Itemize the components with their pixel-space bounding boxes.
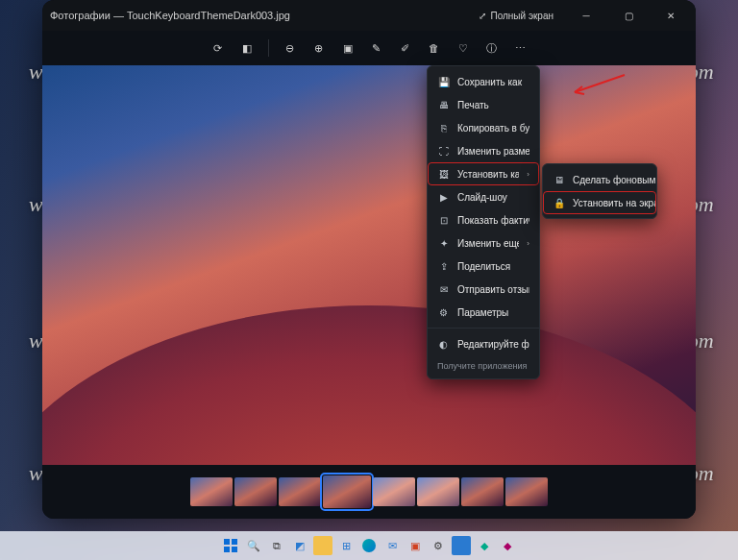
photos-app-button[interactable] bbox=[452, 536, 471, 555]
photos-app-window: Фотографии — TouchKeyboardThemeDark003.j… bbox=[42, 0, 696, 519]
editmore-icon: ✦ bbox=[437, 237, 450, 250]
rotate-button[interactable]: ⟳ bbox=[207, 37, 230, 60]
svg-rect-0 bbox=[224, 539, 230, 545]
close-button[interactable]: ✕ bbox=[653, 2, 688, 29]
menu-slideshow[interactable]: ▶ Слайд-шоу bbox=[428, 185, 539, 208]
edit-button[interactable]: ✎ bbox=[365, 37, 388, 60]
menu-label: Установить как bbox=[457, 169, 519, 180]
menu-footer: Получите приложения с bbox=[428, 355, 539, 375]
menu-footer-sub: Получите приложения с bbox=[437, 361, 529, 371]
slideshow-icon: ▣ bbox=[343, 42, 353, 55]
more-icon: ⋯ bbox=[515, 42, 526, 55]
info-icon: ⓘ bbox=[486, 41, 497, 56]
menu-label: Поделиться bbox=[457, 261, 529, 272]
menu-settings[interactable]: ⚙ Параметры bbox=[428, 301, 539, 324]
slideshow-icon: ▶ bbox=[437, 191, 450, 204]
edge-button[interactable] bbox=[359, 536, 379, 555]
menu-share[interactable]: ⇪ Поделиться bbox=[428, 255, 539, 278]
slideshow-toolbar-button[interactable]: ▣ bbox=[336, 37, 359, 60]
menu-label: Сохранить как bbox=[457, 77, 529, 87]
store-button[interactable]: ⊞ bbox=[336, 536, 356, 555]
menu-edit-photos-promo[interactable]: ◐ Редактируйте фотографии bbox=[428, 332, 539, 355]
zoom-in-button[interactable]: ⊕ bbox=[308, 37, 331, 60]
window-title: Фотографии — TouchKeyboardThemeDark003.j… bbox=[50, 10, 290, 21]
fullscreen-button[interactable]: ⤢ Полный экран bbox=[471, 7, 561, 25]
menu-feedback[interactable]: ✉ Отправить отзыв bbox=[428, 278, 539, 301]
filmstrip bbox=[42, 465, 696, 519]
svg-rect-3 bbox=[232, 547, 237, 552]
thumbnail[interactable] bbox=[190, 477, 233, 506]
menu-actual-size[interactable]: ⊡ Показать фактический размер bbox=[428, 208, 539, 231]
menu-resize[interactable]: ⛶ Изменить размер bbox=[428, 139, 539, 162]
menu-label: Печать bbox=[457, 100, 529, 110]
thumbnail[interactable] bbox=[279, 477, 321, 506]
delete-button[interactable]: 🗑 bbox=[423, 37, 446, 60]
settings-icon: ⚙ bbox=[437, 306, 450, 319]
favorite-icon: ♡ bbox=[458, 42, 468, 55]
mail-button[interactable]: ✉ bbox=[382, 536, 402, 555]
minimize-button[interactable]: ─ bbox=[569, 2, 603, 29]
edit-icon: ✎ bbox=[372, 42, 381, 55]
save-icon: 💾 bbox=[437, 76, 450, 88]
zoom-in-icon: ⊕ bbox=[314, 42, 323, 55]
thumbnail[interactable] bbox=[505, 477, 548, 506]
office-button[interactable]: ▣ bbox=[406, 536, 425, 555]
menu-label: Изменить размер bbox=[457, 146, 529, 157]
menu-edit-more[interactable]: ✦ Изменить еще... › bbox=[428, 231, 539, 255]
toggle-icon: ◐ bbox=[437, 338, 450, 351]
image-viewer[interactable] bbox=[42, 65, 696, 465]
draw-icon: ✐ bbox=[401, 42, 409, 55]
taskbar[interactable]: 🔍 ⧉ ◩ ⊞ ✉ ▣ ⚙ ◆ ◆ bbox=[0, 531, 738, 560]
desktop-icon: 🖥 bbox=[553, 174, 565, 186]
thumbnail[interactable] bbox=[461, 477, 504, 506]
draw-button[interactable]: ✐ bbox=[394, 37, 417, 60]
titlebar[interactable]: Фотографии — TouchKeyboardThemeDark003.j… bbox=[42, 0, 696, 31]
submenu-set-background[interactable]: 🖥 Сделать фоновым изображением bbox=[543, 168, 656, 191]
delete-icon: 🗑 bbox=[429, 42, 439, 54]
submenu-label: Сделать фоновым изображением bbox=[573, 175, 656, 185]
info-button[interactable]: ⓘ bbox=[480, 37, 504, 60]
resize-icon: ⛶ bbox=[437, 145, 450, 158]
menu-separator bbox=[428, 328, 539, 329]
favorite-button[interactable]: ♡ bbox=[452, 37, 475, 60]
settings-button[interactable]: ⚙ bbox=[429, 536, 448, 555]
actual-size-icon: ⊡ bbox=[437, 214, 450, 227]
share-icon: ⇪ bbox=[437, 260, 450, 273]
toolbar-divider bbox=[268, 39, 269, 57]
feedback-icon: ✉ bbox=[437, 283, 450, 296]
search-button[interactable]: 🔍 bbox=[244, 536, 263, 555]
thumbnail[interactable] bbox=[234, 477, 277, 506]
thumbnail[interactable] bbox=[417, 477, 459, 506]
compare-button[interactable]: ◧ bbox=[235, 37, 258, 60]
start-button[interactable] bbox=[221, 536, 240, 555]
taskbar-app-button[interactable]: ◆ bbox=[475, 536, 494, 555]
menu-copy[interactable]: ⎘ Копировать в буфер обмена bbox=[428, 116, 539, 139]
taskview-button[interactable]: ⧉ bbox=[267, 536, 286, 555]
menu-print[interactable]: 🖶 Печать bbox=[428, 93, 539, 116]
fullscreen-label: Полный экран bbox=[490, 11, 554, 21]
zoom-out-button[interactable]: ⊖ bbox=[279, 37, 302, 60]
explorer-button[interactable] bbox=[313, 536, 332, 555]
toolbar: ⟳ ◧ ⊖ ⊕ ▣ ✎ ✐ 🗑 ♡ ⓘ ⋯ bbox=[42, 31, 696, 65]
lock-icon: 🔒 bbox=[553, 197, 565, 209]
menu-label: Параметры bbox=[457, 307, 529, 318]
thumbnail-selected[interactable] bbox=[323, 475, 371, 508]
zoom-out-icon: ⊖ bbox=[285, 42, 294, 55]
rotate-icon: ⟳ bbox=[213, 42, 222, 55]
menu-label: Изменить еще... bbox=[457, 238, 519, 249]
more-menu: 💾 Сохранить как 🖶 Печать ⎘ Копировать в … bbox=[427, 65, 540, 379]
chevron-right-icon: › bbox=[527, 170, 529, 179]
copy-icon: ⎘ bbox=[437, 122, 450, 134]
taskbar-app-button[interactable]: ◆ bbox=[498, 536, 517, 555]
more-button[interactable]: ⋯ bbox=[509, 37, 532, 60]
menu-label: Слайд-шоу bbox=[457, 192, 529, 203]
menu-set-as[interactable]: 🖼 Установить как › bbox=[428, 162, 539, 185]
menu-label: Редактируйте фотографии bbox=[457, 339, 529, 350]
maximize-button[interactable]: ▢ bbox=[611, 2, 646, 29]
submenu-label: Установить на экран блокировки bbox=[573, 198, 656, 208]
thumbnail[interactable] bbox=[373, 477, 415, 506]
compare-icon: ◧ bbox=[242, 42, 252, 55]
widgets-button[interactable]: ◩ bbox=[290, 536, 309, 555]
menu-save-as[interactable]: 💾 Сохранить как bbox=[428, 70, 539, 93]
submenu-set-lockscreen[interactable]: 🔒 Установить на экран блокировки bbox=[543, 191, 656, 214]
